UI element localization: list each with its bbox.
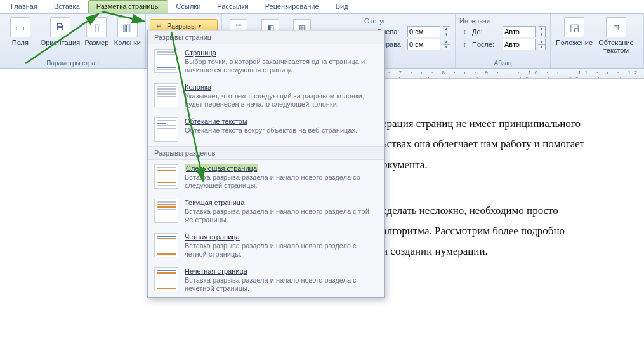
- indent-right-input[interactable]: [407, 39, 440, 50]
- break-page-icon: [154, 49, 178, 73]
- break-page-item[interactable]: Страница Выбор точки, в которой заканчив…: [148, 44, 384, 79]
- orientation-icon: 🗎: [50, 17, 70, 37]
- tab-references[interactable]: Ссылки: [168, 0, 209, 13]
- break-continuous-icon: [154, 199, 178, 223]
- columns-icon: ▥: [117, 17, 138, 37]
- break-next-page-item[interactable]: Следующая страница Вставка разрыва разде…: [148, 160, 384, 194]
- columns-button[interactable]: ▥ Колонки: [114, 16, 141, 46]
- tab-mailings[interactable]: Рассылки: [209, 0, 256, 13]
- dropdown-section-section-breaks: Разрывы разделов: [148, 146, 384, 160]
- spacing-after-input[interactable]: [503, 39, 536, 50]
- break-wrap-item[interactable]: Обтекание текстом Обтекание текста вокру…: [148, 113, 384, 146]
- text-wrap-icon: ⧈: [606, 17, 626, 37]
- tab-home[interactable]: Главная: [3, 0, 46, 13]
- size-button[interactable]: ▯ Размер: [84, 16, 110, 46]
- spacing-before-input[interactable]: [503, 26, 536, 37]
- position-button[interactable]: ◲ Положение: [555, 16, 594, 46]
- margins-button[interactable]: ▭ Поля: [4, 16, 37, 46]
- break-column-icon: [154, 83, 178, 107]
- break-wrap-icon: [154, 117, 178, 142]
- breaks-dropdown: Разрывы страниц Страница Выбор точки, в …: [147, 30, 385, 298]
- dropdown-section-page-breaks: Разрывы страниц: [148, 30, 384, 44]
- indent-right-spinner[interactable]: ▲▼: [443, 39, 450, 50]
- margins-icon: ▭: [10, 17, 30, 37]
- page-setup-group-label: Параметры стран: [4, 60, 141, 67]
- orientation-button[interactable]: 🗎 Ориентация: [41, 16, 80, 46]
- paragraph-group-label: Абзац: [459, 60, 546, 67]
- break-even-page-icon: [154, 233, 178, 257]
- tab-page-layout[interactable]: Разметка страницы: [88, 0, 168, 13]
- break-next-page-icon: [154, 164, 178, 189]
- spacing-before-spinner[interactable]: ▲▼: [538, 26, 546, 37]
- tab-view[interactable]: Вид: [327, 0, 357, 13]
- break-even-page-item[interactable]: Четная страница Вставка разрыва раздела …: [148, 229, 384, 263]
- size-icon: ▯: [86, 17, 107, 37]
- tab-review[interactable]: Рецензирование: [257, 0, 327, 13]
- indent-left-input[interactable]: [407, 26, 440, 37]
- tab-insert[interactable]: Вставка: [46, 0, 88, 13]
- chevron-down-icon: ▾: [199, 23, 201, 29]
- indent-header: Отступ: [364, 17, 451, 25]
- break-continuous-item[interactable]: Текущая страница Вставка разрыва раздела…: [148, 194, 384, 229]
- text-wrap-button[interactable]: ⧈ Обтекание текстом: [598, 16, 634, 54]
- break-odd-page-icon: [154, 267, 178, 291]
- position-icon: ◲: [564, 17, 584, 37]
- indent-left-spinner[interactable]: ▲▼: [443, 26, 450, 37]
- ribbon-tabs: Главная Вставка Разметка страницы Ссылки…: [0, 0, 644, 14]
- spacing-header: Интервал: [459, 17, 546, 25]
- spacing-after-icon: ↕: [459, 39, 470, 50]
- spacing-after-spinner[interactable]: ▲▼: [538, 39, 546, 50]
- spacing-before-icon: ↕: [459, 27, 470, 37]
- break-column-item[interactable]: Колонка Указывает, что текст, следующий …: [148, 79, 384, 113]
- break-odd-page-item[interactable]: Нечетная страница Вставка разрыва раздел…: [148, 263, 384, 297]
